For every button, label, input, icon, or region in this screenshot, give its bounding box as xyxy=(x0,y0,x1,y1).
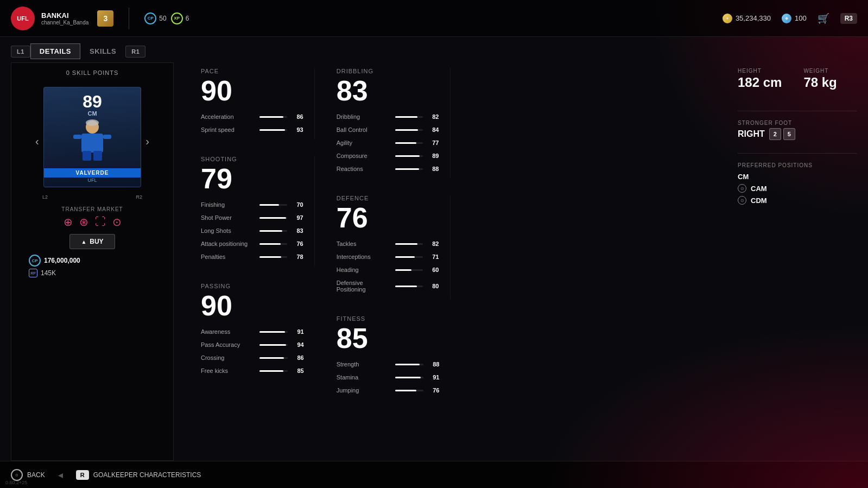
stat-row: Awareness 91 xyxy=(201,328,304,335)
pos-cdm-icon: ⊙ xyxy=(738,196,746,205)
tab-l1[interactable]: L1 xyxy=(11,46,30,58)
position-row-cdm: ⊙ CDM xyxy=(738,196,857,205)
stat-bar xyxy=(259,230,287,232)
stat-bar xyxy=(395,364,423,365)
topbar-divider xyxy=(129,8,129,29)
stat-value: 82 xyxy=(427,240,439,247)
positions-section: PREFERRED POSITIONS CM ⊙ CAM ⊙ CDM xyxy=(738,162,857,205)
tab-skills[interactable]: SKILLS xyxy=(80,43,125,59)
target-action-icon[interactable]: ⊕ xyxy=(64,216,73,229)
r3-badge[interactable]: R3 xyxy=(840,13,857,24)
bottom-bar: ○ BACK ◂ R GOALKEEPER CHARACTERISTICS xyxy=(0,461,868,488)
xp-currency: XP 6 xyxy=(171,12,189,24)
stat-row: Heading 60 xyxy=(337,267,439,273)
stat-value: 84 xyxy=(427,126,439,133)
right-panel: HEIGHT 182 cm WEIGHT 78 kg STRONGER FOOT… xyxy=(738,62,857,461)
buy-button[interactable]: ▲ BUY xyxy=(69,234,115,249)
player-card-container: ‹ 89 CM xyxy=(38,87,147,195)
wishlist-action-icon[interactable]: ⛶ xyxy=(95,216,106,229)
stat-bar xyxy=(395,256,423,258)
pos-cdm: CDM xyxy=(751,197,770,205)
stat-name: Pass Accuracy xyxy=(201,341,255,348)
stat-bar xyxy=(395,168,423,170)
shooting-category: SHOOTING 79 Finishing 70 Shot Power 97 xyxy=(190,156,315,267)
stat-value: 70 xyxy=(292,201,303,208)
stat-name: Attack positioning xyxy=(201,240,255,247)
transfer-market-label: TRANSFER MARKET xyxy=(61,206,123,212)
stats-col-2: Dribbling 83 Dribbling 82 Ball Control 8… xyxy=(320,68,456,455)
stat-row: Free kicks 85 xyxy=(201,367,304,374)
stat-name: Heading xyxy=(337,267,391,273)
svg-rect-5 xyxy=(83,151,91,161)
compare-action-icon[interactable]: ⊛ xyxy=(79,216,88,229)
location-action-icon[interactable]: ⊙ xyxy=(112,216,122,229)
stat-name: Crossing xyxy=(201,354,255,361)
star-box-2: 5 xyxy=(783,128,795,140)
stat-bar xyxy=(395,116,423,118)
cart-icon[interactable]: 🛒 xyxy=(818,12,829,24)
tab-details[interactable]: DETAILS xyxy=(30,43,80,59)
fitness-label: FITNESS xyxy=(337,315,440,322)
stat-value: 60 xyxy=(427,267,439,273)
pace-label: PACE xyxy=(201,68,303,74)
stat-bar xyxy=(259,204,287,206)
stat-bar xyxy=(259,331,288,333)
stat-value: 91 xyxy=(428,374,440,381)
stat-row: Finishing 70 xyxy=(201,201,303,208)
username-label: BANKAI xyxy=(41,11,88,20)
prev-player-arrow[interactable]: ‹ xyxy=(35,135,39,148)
ufl-logo-icon: UFL xyxy=(11,7,35,30)
svg-rect-3 xyxy=(73,135,81,139)
stat-row: Jumping 76 xyxy=(337,387,440,394)
credits-display: ◆ 100 xyxy=(782,14,807,23)
stat-bar xyxy=(395,129,423,131)
buy-arrow-icon: ▲ xyxy=(81,239,86,245)
back-action[interactable]: ○ BACK xyxy=(11,469,45,481)
nav-tabs: L1 DETAILS SKILLS R1 xyxy=(11,43,145,59)
cp-icon: CP xyxy=(144,12,156,24)
player-card-panel: 0 SKILL POINTS ‹ 89 CM xyxy=(11,62,174,461)
next-player-arrow[interactable]: › xyxy=(145,135,149,148)
stat-row: Composure 89 xyxy=(337,153,439,159)
weight-value: 78 kg xyxy=(803,75,837,90)
stat-name: Finishing xyxy=(201,201,255,208)
stat-value: 78 xyxy=(292,253,303,260)
stat-name: Awareness xyxy=(201,328,255,335)
skill-points-header: 0 SKILL POINTS xyxy=(66,69,119,76)
stat-name: Reactions xyxy=(337,166,391,172)
defence-category: DEFENCE 76 Tackles 82 Interceptions 71 xyxy=(326,195,451,299)
position-row-cm: CM xyxy=(738,173,857,181)
gk-action[interactable]: R GOALKEEPER CHARACTERISTICS xyxy=(76,470,201,480)
fitness-category: FITNESS 85 Strength 88 Stamina 91 xyxy=(326,315,451,400)
player-silhouette xyxy=(60,119,125,168)
stat-bar xyxy=(395,390,423,391)
user-info: BANKAI channel_Ka_Banda xyxy=(41,11,88,26)
tab-r1[interactable]: R1 xyxy=(125,46,145,58)
xp-icon: XP xyxy=(171,12,183,24)
gk-label: GOALKEEPER CHARACTERISTICS xyxy=(93,471,201,479)
stat-value: 83 xyxy=(292,227,303,234)
price-cp-value: 176,000,000 xyxy=(44,257,80,264)
price-rp: RP 145K xyxy=(29,269,56,277)
stat-bar xyxy=(395,155,423,157)
stat-name: Jumping xyxy=(337,387,391,394)
stronger-foot-section: STRONGER FOOT RIGHT 2 5 xyxy=(738,120,857,140)
stat-bar xyxy=(259,357,288,359)
price-rp-icon: RP xyxy=(29,269,37,277)
stat-row: Pass Accuracy 94 xyxy=(201,341,304,348)
stat-row: Ball Control 84 xyxy=(337,126,439,133)
stat-name: Ball Control xyxy=(337,126,391,133)
back-label: BACK xyxy=(27,471,45,479)
player-figure-svg xyxy=(62,119,122,168)
stat-row: Dribbling 82 xyxy=(337,113,439,120)
dribbling-value: 83 xyxy=(337,77,439,105)
stat-value: 91 xyxy=(292,328,304,335)
stat-name: Tackles xyxy=(337,240,391,247)
stat-value: 76 xyxy=(292,240,303,247)
stat-name: Penalties xyxy=(201,253,255,260)
stat-row: Interceptions 71 xyxy=(337,253,439,260)
stat-name: Agility xyxy=(337,140,391,146)
passing-category: PASSING 90 Awareness 91 Pass Accuracy 94 xyxy=(190,283,315,381)
separator: ◂ xyxy=(58,469,63,481)
topbar: UFL BANKAI channel_Ka_Banda 3 CP 50 XP 6… xyxy=(0,0,868,37)
